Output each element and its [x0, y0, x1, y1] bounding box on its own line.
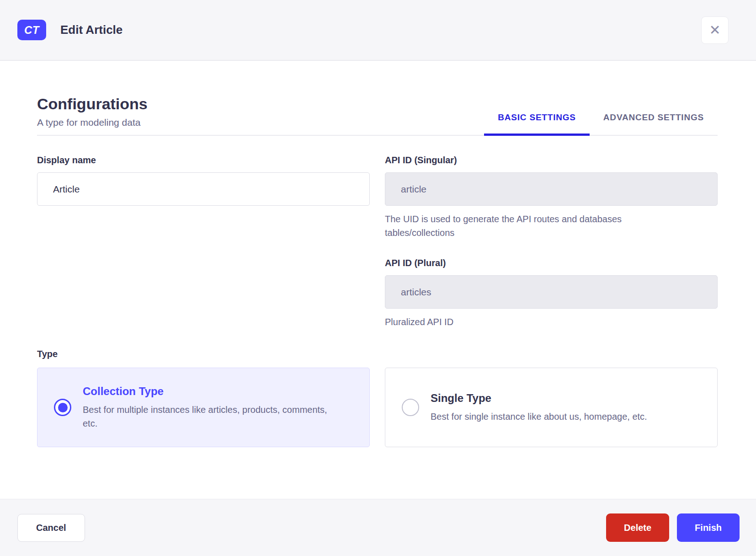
api-id-singular-field: API ID (Singular) The UID is used to gen…: [385, 155, 718, 240]
section-header-row: Configurations A type for modeling data …: [37, 95, 718, 136]
display-name-field: Display name: [37, 155, 370, 206]
display-name-label: Display name: [37, 155, 370, 166]
option-description: Best for multiple instances like article…: [83, 403, 339, 430]
option-collection-type[interactable]: Collection Type Best for multiple instan…: [37, 368, 370, 447]
delete-button[interactable]: Delete: [606, 513, 669, 542]
form-column-right: API ID (Singular) The UID is used to gen…: [385, 155, 718, 329]
configuration-form: Display name API ID (Singular) The UID i…: [37, 155, 718, 329]
option-text: Single Type Best for single instance lik…: [431, 392, 647, 423]
option-text: Collection Type Best for multiple instan…: [83, 385, 339, 430]
display-name-input[interactable]: [37, 172, 370, 206]
radio-dot: [58, 403, 68, 412]
finish-button[interactable]: Finish: [677, 513, 740, 542]
api-id-singular-hint: The UID is used to generate the API rout…: [385, 212, 677, 240]
page-subtitle: A type for modeling data: [37, 117, 148, 128]
type-options: Collection Type Best for multiple instan…: [37, 368, 718, 447]
option-single-type[interactable]: Single Type Best for single instance lik…: [385, 368, 718, 447]
option-title: Single Type: [431, 392, 647, 405]
api-id-plural-hint: Pluralized API ID: [385, 315, 677, 329]
radio-dot: [406, 403, 415, 412]
api-id-plural-field: API ID (Plural) Pluralized API ID: [385, 258, 718, 329]
api-id-singular-input: [385, 172, 718, 206]
type-section: Type Collection Type Best for multiple i…: [37, 349, 718, 447]
tab-advanced-settings[interactable]: ADVANCED SETTINGS: [590, 103, 718, 136]
cancel-button[interactable]: Cancel: [17, 514, 85, 542]
tab-basic-settings[interactable]: BASIC SETTINGS: [484, 103, 590, 136]
api-id-plural-input: [385, 275, 718, 309]
api-id-singular-label: API ID (Singular): [385, 155, 718, 166]
close-button[interactable]: ✕: [701, 16, 729, 44]
radio-selected-icon[interactable]: [54, 399, 71, 416]
form-column-left: Display name: [37, 155, 370, 329]
type-label: Type: [37, 349, 718, 359]
section-head: Configurations A type for modeling data: [37, 95, 148, 135]
modal-title: Edit Article: [60, 23, 122, 37]
settings-tabs: BASIC SETTINGS ADVANCED SETTINGS: [484, 103, 718, 135]
modal-footer: Cancel Delete Finish: [0, 499, 756, 556]
radio-unselected-icon[interactable]: [402, 399, 419, 416]
page-title: Configurations: [37, 95, 148, 113]
option-description: Best for single instance like about us, …: [431, 410, 647, 423]
modal-header: CT Edit Article ✕: [0, 0, 756, 61]
api-id-plural-label: API ID (Plural): [385, 258, 718, 268]
modal-body: Configurations A type for modeling data …: [0, 61, 756, 499]
content-type-badge: CT: [17, 20, 46, 40]
option-title: Collection Type: [83, 385, 339, 398]
close-icon: ✕: [709, 23, 720, 37]
